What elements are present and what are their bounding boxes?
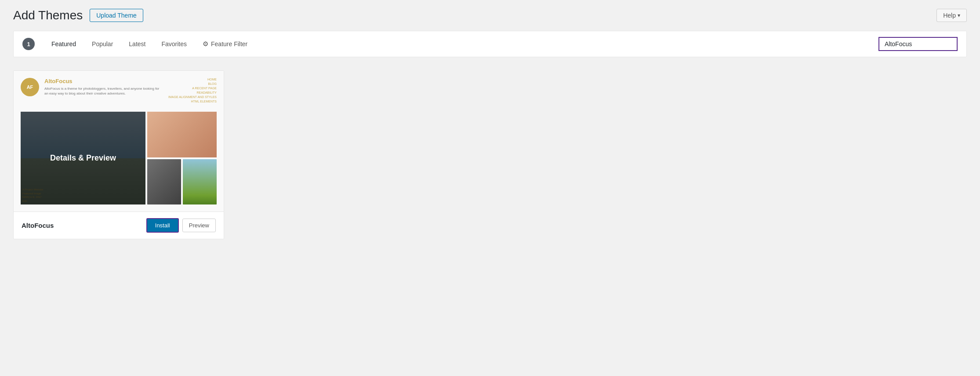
install-button[interactable]: Install — [146, 218, 179, 233]
filter-bar: 1 Featured Popular Latest Favorites ⚙ Fe… — [13, 31, 967, 57]
mockup-nav-item: HOME — [168, 78, 217, 81]
tab-featured[interactable]: Featured — [44, 37, 84, 51]
mockup-nav-item: BLOG — [168, 82, 217, 85]
theme-actions: Install Preview — [146, 218, 216, 233]
theme-screenshot[interactable]: AF AltoFocus AltoFocus is a theme for ph… — [14, 71, 224, 212]
mockup-images: Details & Preview A Project WebsiteFeatu… — [21, 112, 217, 204]
mockup-nav: HOME BLOG A RECENT PAGE READABILITY IMAG… — [168, 78, 217, 103]
theme-card: AF AltoFocus AltoFocus is a theme for ph… — [13, 70, 224, 239]
mockup-image-4 — [183, 159, 217, 205]
tab-popular[interactable]: Popular — [84, 37, 121, 51]
mockup-nav-item: A RECENT PAGE — [168, 87, 217, 90]
search-wrapper — [878, 37, 958, 51]
help-button[interactable]: Help — [936, 9, 967, 22]
mockup-image-2 — [147, 112, 217, 157]
theme-name: AltoFocus — [22, 222, 54, 229]
mockup-header: AF AltoFocus AltoFocus is a theme for ph… — [21, 78, 217, 103]
tab-latest[interactable]: Latest — [121, 37, 153, 51]
mockup-site-title: AltoFocus — [44, 78, 163, 84]
gear-icon: ⚙ — [203, 40, 208, 48]
tab-favorites[interactable]: Favorites — [153, 37, 195, 51]
themes-grid: AF AltoFocus AltoFocus is a theme for ph… — [13, 70, 967, 239]
header-left: Add Themes Upload Theme — [13, 9, 143, 22]
theme-card-footer: AltoFocus Install Preview — [14, 212, 224, 239]
details-preview-label: Details & Preview — [50, 153, 116, 163]
mockup-image-bottom-row — [147, 159, 217, 205]
upload-theme-button[interactable]: Upload Theme — [90, 9, 143, 22]
page-wrapper: Add Themes Upload Theme Help 1 Featured … — [0, 0, 980, 376]
mockup-nav-item: HTML ELEMENTS — [168, 100, 217, 103]
mockup-main-image: Details & Preview A Project WebsiteFeatu… — [21, 112, 145, 204]
mockup-image-3 — [147, 159, 181, 205]
mockup-description: AltoFocus is a theme for photobloggers, … — [44, 86, 163, 96]
page-header: Add Themes Upload Theme Help — [13, 9, 967, 22]
mockup-title-area: AltoFocus AltoFocus is a theme for photo… — [44, 78, 163, 96]
details-preview-overlay: Details & Preview — [21, 112, 145, 204]
mockup-nav-item: IMAGE ALIGNMENT AND STYLES — [168, 95, 217, 99]
filter-nav: Featured Popular Latest Favorites ⚙ Feat… — [44, 37, 878, 51]
search-input[interactable] — [878, 37, 958, 51]
page-title: Add Themes — [13, 9, 83, 22]
mockup-nav-item: READABILITY — [168, 91, 217, 94]
mockup-logo: AF — [21, 78, 39, 96]
feature-filter-label: Feature Filter — [211, 40, 247, 47]
filter-badge: 1 — [22, 38, 35, 50]
theme-mockup: AF AltoFocus AltoFocus is a theme for ph… — [14, 71, 224, 212]
feature-filter-button[interactable]: ⚙ Feature Filter — [195, 37, 255, 51]
preview-button[interactable]: Preview — [182, 219, 216, 232]
